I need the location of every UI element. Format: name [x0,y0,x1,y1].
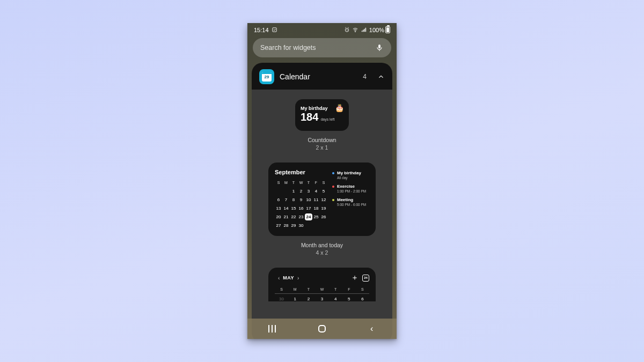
category-title: Calendar [280,72,357,81]
svg-point-2 [355,32,355,32]
search-input[interactable]: Search for widgets [253,38,391,57]
dow-cell: S [275,287,288,291]
dow-cell: S [275,179,282,186]
calendar-app-icon: 29 [259,69,274,84]
event-item: Meeting5:00 PM - 6:00 PM [332,197,369,206]
recents-button[interactable] [259,325,285,333]
countdown-value: 184 [301,111,318,123]
widget-label: Month and today [301,242,343,248]
countdown-value-row: 184days left [301,111,343,123]
dow-cell: T [305,179,312,186]
week-row: 13141516171819 [275,205,327,212]
status-right: 100% [344,26,390,33]
day-cell: 13 [275,205,282,212]
event-title: My birthday [337,171,361,175]
add-event-button[interactable]: ＋ [351,273,358,283]
partial-dow-row: SMTWTFS [275,287,369,294]
dow-cell: S [356,287,369,291]
widget-month-today[interactable]: September SMTWTFS 1234567891011121314151… [268,162,376,236]
prev-month-button[interactable]: ‹ [275,275,283,281]
day-cell: 30 [297,222,305,229]
widget-countdown[interactable]: My birthday 🎂 184days left [295,99,349,131]
status-bar: 15:14 100% [247,23,397,36]
day-cell: 12 [320,196,327,203]
month-dow-row: SMTWTFS [275,179,327,186]
week-row: 27282930 [275,222,327,229]
day-cell: 15 [290,205,297,212]
dow-cell: M [288,287,302,291]
day-cell: 5 [342,297,356,301]
event-dot-icon [332,186,334,188]
day-cell: 14 [282,205,290,212]
search-placeholder: Search for widgets [260,44,316,51]
event-time: All day [337,176,361,180]
wifi-icon [352,27,358,33]
event-title: Exercise [337,184,366,189]
day-cell: 29 [290,222,297,229]
dow-cell: W [315,287,328,291]
day-cell: 9 [297,196,305,203]
day-cell: 7 [282,196,290,203]
day-cell: 23 [297,213,305,220]
back-button[interactable]: ‹ [359,324,385,334]
day-cell: 1 [288,297,302,301]
dow-cell: S [320,179,327,186]
day-cell: 21 [282,213,290,220]
dow-cell: F [342,287,356,291]
event-time: 5:00 PM - 6:00 PM [337,203,366,206]
battery-pct: 100% [369,27,384,33]
day-cell: 1 [290,188,297,195]
cake-icon: 🎂 [335,104,344,112]
day-cell [312,222,320,229]
event-item: My birthdayAll day [332,171,369,180]
event-title: Meeting [337,197,366,202]
widget-category-calendar: 29 Calendar 4 My birthday 🎂 184days left… [252,63,392,339]
next-month-button[interactable]: › [294,275,302,281]
day-cell: 6 [275,196,282,203]
battery-indicator: 100% [369,26,390,33]
category-header[interactable]: 29 Calendar 4 [252,63,392,90]
day-cell: 19 [320,205,327,212]
partial-week-row: 30123456 [275,297,369,301]
widget-month-partial[interactable]: ‹ MAY › ＋ 24 SMTWTFS 30123456 [268,268,376,301]
today-button[interactable]: 24 [362,275,369,282]
day-cell: 16 [297,205,305,212]
day-cell: 3 [305,188,312,195]
screenshot-icon [272,27,277,33]
day-cell: 22 [290,213,297,220]
status-left: 15:14 [254,27,277,33]
day-cell: 18 [312,205,320,212]
month-calendar: September SMTWTFS 1234567891011121314151… [275,169,327,229]
partial-month: MAY [283,275,294,280]
signal-icon [361,27,367,33]
dow-cell: T [329,287,342,291]
day-cell: 10 [305,196,312,203]
chevron-up-icon [377,73,385,80]
event-time: 1:00 PM - 2:00 PM [337,189,366,193]
day-cell: 26 [320,213,327,220]
countdown-unit: days left [320,117,334,121]
event-dot-icon [332,199,334,201]
day-cell: 6 [356,297,369,301]
day-cell: 27 [275,222,282,229]
category-count: 4 [363,73,367,80]
month-title: September [275,169,327,175]
mic-icon[interactable] [375,43,384,52]
week-row: 12345 [275,188,327,195]
calendar-icon-day: 29 [262,75,272,79]
dow-cell: T [290,179,297,186]
month-weeks: 1234567891011121314151617181920212223242… [275,188,327,229]
day-cell: 17 [305,205,312,212]
day-cell [282,188,290,195]
day-cell: 11 [312,196,320,203]
week-row: 6789101112 [275,196,327,203]
partial-header: ‹ MAY › ＋ 24 [275,273,369,283]
day-cell: 2 [302,297,315,301]
day-cell: 25 [312,213,320,220]
phone-screen: 15:14 100% Search for widgets 29 Calenda… [247,23,397,339]
day-cell: 2 [297,188,305,195]
day-cell: 20 [275,213,282,220]
day-cell: 4 [312,188,320,195]
home-button[interactable] [309,325,335,333]
day-cell: 3 [315,297,328,301]
